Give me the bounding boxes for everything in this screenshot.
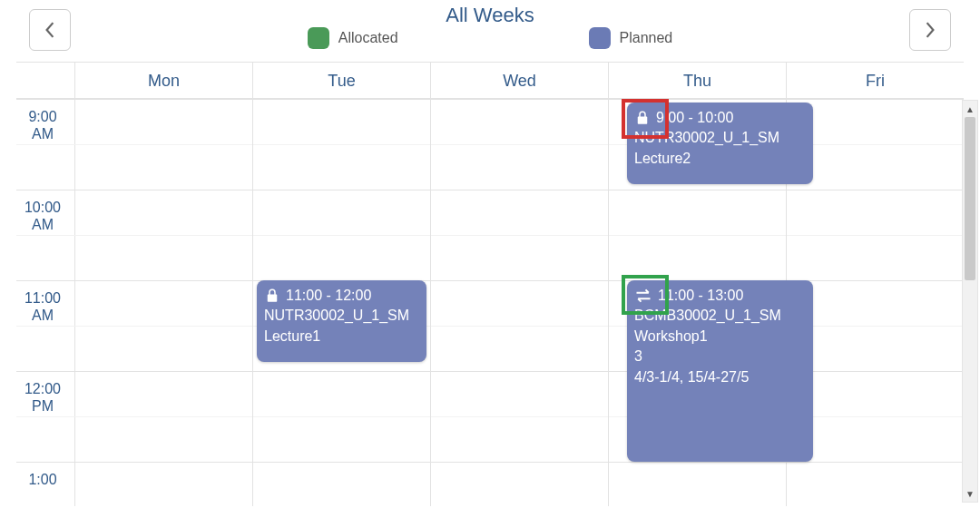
legend: Allocated Planned [2, 27, 978, 49]
page-title: All Weeks [446, 4, 534, 26]
event-time-row: 11:00 - 12:00 [264, 286, 419, 306]
timetable-view: All Weeks Allocated Planned 9:00 AM [0, 0, 980, 508]
event-time: 11:00 - 13:00 [658, 286, 743, 306]
event-extra1: 3 [634, 347, 806, 366]
legend-planned: Planned [589, 27, 673, 49]
event-dates: 4/3-1/4, 15/4-27/5 [634, 367, 806, 387]
event-course: BCMB30002_U_1_SM [634, 306, 806, 326]
legend-allocated: Allocated [308, 27, 398, 49]
vertical-scrollbar[interactable]: ▲ ▼ [962, 100, 978, 503]
event-course: NUTR30002_U_1_SM [634, 128, 806, 148]
lock-icon [264, 288, 280, 304]
event-time-row: 9:00 - 10:00 [634, 108, 806, 128]
time-12-h: 12:00 [16, 380, 69, 397]
lock-icon [634, 110, 651, 126]
time-1pm: 1:00 [16, 471, 69, 488]
day-header-thu: Thu [609, 63, 786, 99]
day-thu[interactable]: Thu 9:00 - 10:00 NUTR30002_U_1_SM Lectur… [609, 63, 787, 506]
event-activity: Lecture2 [634, 149, 806, 169]
time-13-h: 1:00 [16, 471, 69, 488]
time-10am: 10:00 AM [16, 199, 69, 233]
legend-planned-label: Planned [620, 30, 673, 46]
event-time-row: 11:00 - 13:00 [634, 286, 806, 306]
scroll-thumb[interactable] [965, 117, 975, 280]
time-10-h: 10:00 [16, 199, 69, 216]
event-tue-11[interactable]: 11:00 - 12:00 NUTR30002_U_1_SM Lecture1 [257, 280, 426, 362]
event-thu-9[interactable]: 9:00 - 10:00 NUTR30002_U_1_SM Lecture2 [627, 103, 813, 184]
day-fri[interactable]: Fri [787, 63, 964, 506]
time-10-ap: AM [16, 216, 69, 233]
day-columns: Mon Tue 11:00 - 12:00 NUTR30002_U_1_SM L… [75, 63, 964, 506]
allocated-swatch-icon [308, 27, 329, 49]
calendar-grid: 9:00 AM 10:00 AM 11:00 AM 12:00 PM 1:00 [16, 62, 964, 506]
day-header-mon: Mon [75, 63, 252, 99]
time-12pm: 12:00 PM [16, 380, 69, 415]
day-wed[interactable]: Wed [431, 63, 609, 506]
event-time: 11:00 - 12:00 [286, 286, 371, 306]
time-11-h: 11:00 [16, 289, 69, 307]
title-wrap: All Weeks [2, 4, 978, 27]
day-header-wed: Wed [431, 63, 608, 99]
time-9-h: 9:00 [16, 108, 69, 125]
event-activity: Workshop1 [634, 327, 806, 347]
event-thu-11[interactable]: 11:00 - 13:00 BCMB30002_U_1_SM Workshop1… [627, 280, 813, 462]
scroll-down-button[interactable]: ▼ [963, 485, 977, 502]
time-9-ap: AM [16, 125, 69, 142]
time-11-ap: AM [16, 307, 69, 324]
day-header-tue: Tue [253, 63, 430, 99]
planned-swatch-icon [589, 27, 611, 49]
time-12-ap: PM [16, 397, 69, 415]
legend-allocated-label: Allocated [338, 30, 398, 46]
event-activity: Lecture1 [264, 327, 419, 347]
event-time: 9:00 - 10:00 [656, 108, 733, 128]
swap-icon [634, 288, 652, 304]
timetable-header: All Weeks Allocated Planned [2, 2, 978, 56]
time-9am: 9:00 AM [16, 108, 69, 142]
time-axis: 9:00 AM 10:00 AM 11:00 AM 12:00 PM 1:00 [16, 63, 75, 506]
day-mon[interactable]: Mon [75, 63, 253, 506]
axis-spacer [16, 63, 74, 99]
event-course: NUTR30002_U_1_SM [264, 306, 419, 326]
day-header-fri: Fri [787, 63, 964, 99]
day-tue[interactable]: Tue 11:00 - 12:00 NUTR30002_U_1_SM Lectu… [253, 63, 431, 506]
scroll-up-button[interactable]: ▲ [963, 101, 977, 117]
time-11am: 11:00 AM [16, 289, 69, 324]
